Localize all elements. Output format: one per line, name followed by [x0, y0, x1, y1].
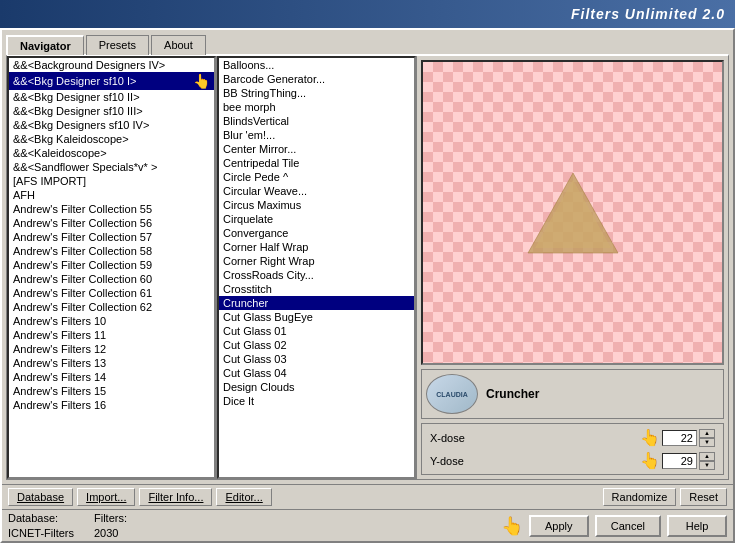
database-status: Database: ICNET-Filters	[8, 511, 74, 540]
help-button[interactable]: Help	[667, 515, 727, 537]
filter-item-16[interactable]: Crosstitch	[219, 282, 414, 296]
filter-item-3[interactable]: bee morph	[219, 100, 414, 114]
svg-marker-1	[535, 180, 611, 248]
bottom-toolbar: Database Import... Filter Info... Editor…	[2, 484, 733, 509]
filter-name-display: Cruncher	[486, 387, 719, 401]
category-item-7[interactable]: &&<Sandflower Specials*v* >	[9, 160, 214, 174]
category-item-10[interactable]: Andrew's Filter Collection 55	[9, 202, 214, 216]
filter-item-10[interactable]: Circus Maximus	[219, 198, 414, 212]
category-item-24[interactable]: Andrew's Filters 16	[9, 398, 214, 412]
category-item-13[interactable]: Andrew's Filter Collection 58	[9, 244, 214, 258]
params-section: X-dose👆22▲▼Y-dose👆29▲▼	[421, 423, 724, 475]
spin-control-0: 👆22▲▼	[640, 428, 715, 447]
filter-info-panel: CLAUDIA Cruncher	[421, 369, 724, 419]
filter-item-0[interactable]: Balloons...	[219, 58, 414, 72]
filter-item-15[interactable]: CrossRoads City...	[219, 268, 414, 282]
filter-item-6[interactable]: Center Mirror...	[219, 142, 414, 156]
filter-item-4[interactable]: BlindsVertical	[219, 114, 414, 128]
category-item-22[interactable]: Andrew's Filters 14	[9, 370, 214, 384]
filter-item-9[interactable]: Circular Weave...	[219, 184, 414, 198]
database-label: Database:	[8, 511, 74, 525]
filters-status: Filters: 2030	[94, 511, 127, 540]
filter-item-11[interactable]: Cirquelate	[219, 212, 414, 226]
apply-button[interactable]: Apply	[529, 515, 589, 537]
filter-item-23[interactable]: Design Clouds	[219, 380, 414, 394]
category-item-3[interactable]: &&<Bkg Designer sf10 III>	[9, 104, 214, 118]
filter-item-20[interactable]: Cut Glass 02	[219, 338, 414, 352]
filter-item-14[interactable]: Corner Right Wrap	[219, 254, 414, 268]
category-item-17[interactable]: Andrew's Filter Collection 62	[9, 300, 214, 314]
tab-presets[interactable]: Presets	[86, 35, 149, 55]
param-label-1: Y-dose	[430, 455, 636, 467]
filter-item-1[interactable]: Barcode Generator...	[219, 72, 414, 86]
category-item-20[interactable]: Andrew's Filters 12	[9, 342, 214, 356]
status-bar: Database: ICNET-Filters Filters: 2030 👆 …	[2, 509, 733, 541]
randomize-button[interactable]: Randomize	[603, 488, 677, 506]
filter-panel: Balloons...Barcode Generator...BB String…	[217, 56, 417, 479]
preview-shape	[518, 168, 628, 258]
filter-item-7[interactable]: Centripedal Tile	[219, 156, 414, 170]
action-buttons: 👆 Apply Cancel Help	[501, 515, 727, 537]
filters-value: 2030	[94, 526, 127, 540]
filter-item-19[interactable]: Cut Glass 01	[219, 324, 414, 338]
category-item-6[interactable]: &&<Kaleidoscope>	[9, 146, 214, 160]
param-row-0: X-dose👆22▲▼	[426, 426, 719, 449]
category-item-11[interactable]: Andrew's Filter Collection 56	[9, 216, 214, 230]
filter-item-13[interactable]: Corner Half Wrap	[219, 240, 414, 254]
category-item-9[interactable]: AFH	[9, 188, 214, 202]
category-item-18[interactable]: Andrew's Filters 10	[9, 314, 214, 328]
right-panel: CLAUDIA Cruncher X-dose👆22▲▼Y-dose👆29▲▼	[417, 56, 728, 479]
param-row-1: Y-dose👆29▲▼	[426, 449, 719, 472]
tab-navigator[interactable]: Navigator	[6, 35, 84, 55]
filter-list[interactable]: Balloons...Barcode Generator...BB String…	[217, 56, 416, 479]
category-item-4[interactable]: &&<Bkg Designers sf10 IV>	[9, 118, 214, 132]
logo-text: CLAUDIA	[436, 391, 468, 398]
param-value-1[interactable]: 29	[662, 453, 697, 469]
spin-down-btn-1[interactable]: ▼	[699, 461, 715, 470]
filter-info-button[interactable]: Filter Info...	[139, 488, 212, 506]
category-item-8[interactable]: [AFS IMPORT]	[9, 174, 214, 188]
category-item-21[interactable]: Andrew's Filters 13	[9, 356, 214, 370]
filter-item-2[interactable]: BB StringThing...	[219, 86, 414, 100]
category-item-14[interactable]: Andrew's Filter Collection 59	[9, 258, 214, 272]
spin-arrows-1: ▲▼	[699, 452, 715, 470]
category-item-0[interactable]: &&<Background Designers IV>	[9, 58, 214, 72]
param-value-0[interactable]: 22	[662, 430, 697, 446]
spin-up-btn-0[interactable]: ▲	[699, 429, 715, 438]
content-area: &&<Background Designers IV>&&<Bkg Design…	[6, 54, 729, 480]
filter-item-18[interactable]: Cut Glass BugEye	[219, 310, 414, 324]
param-cursor-icon-0: 👆	[640, 428, 660, 447]
category-item-2[interactable]: &&<Bkg Designer sf10 II>	[9, 90, 214, 104]
editor-button[interactable]: Editor...	[216, 488, 271, 506]
filter-item-21[interactable]: Cut Glass 03	[219, 352, 414, 366]
spin-down-btn-0[interactable]: ▼	[699, 438, 715, 447]
category-item-1[interactable]: &&<Bkg Designer sf10 I>👆	[9, 72, 214, 90]
title-bar: Filters Unlimited 2.0	[0, 0, 735, 28]
category-item-23[interactable]: Andrew's Filters 15	[9, 384, 214, 398]
filters-label: Filters:	[94, 511, 127, 525]
tab-bar: Navigator Presets About	[2, 30, 733, 54]
import-button[interactable]: Import...	[77, 488, 135, 506]
filter-item-5[interactable]: Blur 'em!...	[219, 128, 414, 142]
category-item-12[interactable]: Andrew's Filter Collection 57	[9, 230, 214, 244]
filter-item-8[interactable]: Circle Pede ^	[219, 170, 414, 184]
spin-up-btn-1[interactable]: ▲	[699, 452, 715, 461]
category-item-5[interactable]: &&<Bkg Kaleidoscope>	[9, 132, 214, 146]
filter-item-12[interactable]: Convergance	[219, 226, 414, 240]
category-list[interactable]: &&<Background Designers IV>&&<Bkg Design…	[7, 56, 216, 479]
category-item-16[interactable]: Andrew's Filter Collection 61	[9, 286, 214, 300]
reset-button[interactable]: Reset	[680, 488, 727, 506]
category-selected-icon: 👆	[193, 73, 210, 89]
filter-item-24[interactable]: Dice It	[219, 394, 414, 408]
tab-about[interactable]: About	[151, 35, 206, 55]
filter-item-17[interactable]: Cruncher	[219, 296, 414, 310]
app-title: Filters Unlimited 2.0	[571, 6, 725, 22]
category-panel: &&<Background Designers IV>&&<Bkg Design…	[7, 56, 217, 479]
database-button[interactable]: Database	[8, 488, 73, 506]
database-value: ICNET-Filters	[8, 526, 74, 540]
category-item-15[interactable]: Andrew's Filter Collection 60	[9, 272, 214, 286]
category-item-19[interactable]: Andrew's Filters 11	[9, 328, 214, 342]
filter-item-22[interactable]: Cut Glass 04	[219, 366, 414, 380]
param-cursor-icon-1: 👆	[640, 451, 660, 470]
cancel-button[interactable]: Cancel	[595, 515, 661, 537]
